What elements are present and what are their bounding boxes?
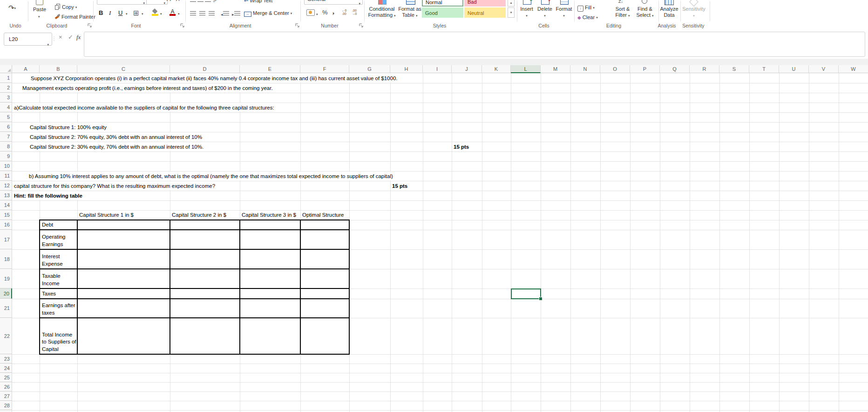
- row-header-27[interactable]: 27: [0, 391, 12, 401]
- row-header-17[interactable]: 17: [0, 230, 12, 249]
- column-header-U[interactable]: U: [779, 65, 809, 73]
- table-empty-cell[interactable]: [241, 270, 301, 288]
- column-header-V[interactable]: V: [809, 65, 839, 73]
- column-header-B[interactable]: B: [40, 65, 77, 73]
- table-empty-cell[interactable]: [241, 250, 301, 268]
- table-row-label-1[interactable]: Debt: [40, 220, 77, 230]
- table-empty-cell[interactable]: [171, 300, 240, 317]
- row-header-13[interactable]: 13: [0, 191, 12, 200]
- table-empty-cell[interactable]: [78, 289, 170, 298]
- table-empty-cell[interactable]: [301, 300, 350, 317]
- table-empty-cell[interactable]: [241, 300, 301, 317]
- table-empty-cell[interactable]: [301, 250, 350, 268]
- cell-A2[interactable]: Management expects operating profit (i.e…: [22, 83, 274, 92]
- table-row-label-7[interactable]: Total Income to Suppliers of Capital: [40, 318, 77, 354]
- column-header-G[interactable]: G: [349, 65, 390, 73]
- row-header-18[interactable]: 18: [0, 249, 12, 269]
- column-header-K[interactable]: K: [482, 65, 511, 73]
- table-empty-cell[interactable]: [171, 231, 240, 248]
- row-header-22[interactable]: 22: [0, 318, 12, 354]
- cell-A4[interactable]: a)Calculate total expected income availa…: [14, 103, 276, 112]
- column-header-L[interactable]: L: [511, 65, 541, 73]
- column-header-J[interactable]: J: [452, 65, 482, 73]
- column-header-E[interactable]: E: [240, 65, 300, 73]
- table-empty-cell[interactable]: [171, 319, 240, 353]
- table-empty-cell[interactable]: [78, 319, 170, 353]
- table-empty-cell[interactable]: [171, 289, 240, 298]
- table-row-label-3[interactable]: Interest Expense: [40, 249, 77, 269]
- row-header-19[interactable]: 19: [0, 269, 12, 288]
- column-header-O[interactable]: O: [600, 65, 630, 73]
- row-header-2[interactable]: 2: [0, 83, 12, 93]
- table-empty-cell[interactable]: [78, 231, 170, 248]
- table-row-label-2[interactable]: Operating Earnings: [40, 230, 77, 249]
- row-header-21[interactable]: 21: [0, 299, 12, 318]
- table-empty-cell[interactable]: [171, 250, 240, 268]
- table-empty-cell[interactable]: [171, 221, 240, 229]
- cell-A11[interactable]: b) Assuming 10% interest applies to any …: [29, 172, 394, 180]
- table-row-label-5[interactable]: Taxes: [40, 288, 77, 299]
- table-empty-cell[interactable]: [241, 289, 301, 298]
- table-empty-cell[interactable]: [78, 300, 170, 317]
- fill-handle[interactable]: [539, 297, 542, 301]
- column-header-N[interactable]: N: [570, 65, 600, 73]
- row-header-14[interactable]: 14: [0, 200, 12, 210]
- select-all-corner[interactable]: ◢: [0, 65, 12, 73]
- cell-A13[interactable]: Hint: fill the following table: [14, 191, 84, 200]
- table-empty-cell[interactable]: [78, 250, 170, 268]
- row-header-24[interactable]: 24: [0, 364, 12, 373]
- row-header-15[interactable]: 15: [0, 210, 12, 220]
- table-empty-cell[interactable]: [301, 231, 350, 248]
- column-header-S[interactable]: S: [719, 65, 749, 73]
- worksheet-grid[interactable]: ◢ABCDEFGHIJKLMNOPQRSTUVW1234567891011121…: [0, 0, 868, 412]
- table-empty-cell[interactable]: [78, 221, 170, 229]
- row-header-4[interactable]: 4: [0, 103, 12, 112]
- column-header-R[interactable]: R: [690, 65, 719, 73]
- table-empty-cell[interactable]: [301, 270, 350, 288]
- column-header-M[interactable]: M: [541, 65, 570, 73]
- row-header-16[interactable]: 16: [0, 220, 12, 230]
- cell-A7[interactable]: Capital Structure 2: 70% equity, 30% deb…: [30, 132, 203, 141]
- column-header-Q[interactable]: Q: [660, 65, 690, 73]
- row-header-6[interactable]: 6: [0, 122, 12, 132]
- cell-J8[interactable]: 15 pts: [454, 142, 470, 151]
- column-header-W[interactable]: W: [839, 65, 868, 73]
- table-empty-cell[interactable]: [301, 221, 350, 229]
- cell-A1[interactable]: Suppose XYZ Corporation operates (i) in …: [31, 74, 399, 82]
- table-empty-cell[interactable]: [171, 270, 240, 288]
- cell-A6[interactable]: Capital Structure 1: 100% equity: [30, 123, 108, 131]
- column-header-H[interactable]: H: [390, 65, 423, 73]
- table-empty-cell[interactable]: [241, 319, 301, 353]
- active-cell-L20[interactable]: [511, 288, 541, 299]
- table-empty-cell[interactable]: [241, 221, 301, 229]
- row-header-11[interactable]: 11: [0, 171, 12, 181]
- row-header-9[interactable]: 9: [0, 151, 12, 161]
- cell-H12[interactable]: 15 pts: [392, 181, 409, 190]
- row-header-20[interactable]: 20: [0, 288, 12, 299]
- row-header-25[interactable]: 25: [0, 373, 12, 382]
- column-header-A[interactable]: A: [12, 65, 40, 73]
- row-header-7[interactable]: 7: [0, 132, 12, 142]
- column-header-P[interactable]: P: [630, 65, 660, 73]
- column-header-I[interactable]: I: [423, 65, 452, 73]
- table-empty-cell[interactable]: [78, 270, 170, 288]
- column-header-C[interactable]: C: [77, 65, 170, 73]
- row-header-8[interactable]: 8: [0, 142, 12, 151]
- table-empty-cell[interactable]: [241, 231, 301, 248]
- row-header-1[interactable]: 1: [0, 73, 12, 83]
- column-header-T[interactable]: T: [749, 65, 779, 73]
- row-header-10[interactable]: 10: [0, 161, 12, 171]
- row-header-5[interactable]: 5: [0, 112, 12, 122]
- table-row-label-4[interactable]: Taxable Income: [40, 269, 77, 288]
- row-header-28[interactable]: 28: [0, 401, 12, 410]
- row-header-26[interactable]: 26: [0, 382, 12, 391]
- row-header-23[interactable]: 23: [0, 354, 12, 364]
- table-row-label-6[interactable]: Earnings after taxes: [40, 299, 77, 318]
- cell-A8[interactable]: Capital Structure 2: 30% equity, 70% deb…: [30, 142, 205, 151]
- table-empty-cell[interactable]: [301, 319, 350, 353]
- table-empty-cell[interactable]: [301, 289, 350, 298]
- row-header-3[interactable]: 3: [0, 93, 12, 103]
- column-header-D[interactable]: D: [170, 65, 240, 73]
- row-header-29[interactable]: 29: [0, 410, 12, 412]
- column-header-F[interactable]: F: [300, 65, 349, 73]
